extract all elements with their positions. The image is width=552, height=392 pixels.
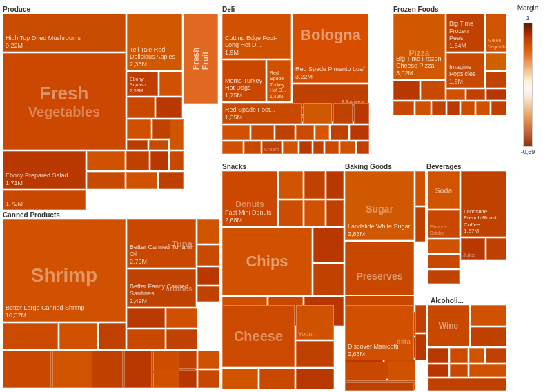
cell-starchy-sm2[interactable] — [415, 334, 426, 360]
cell-canned-sm4[interactable] — [197, 286, 219, 302]
cell-alc-sm9[interactable] — [469, 364, 506, 377]
cell-ebony-salad[interactable]: Ebony Prepared Salad1,71M — [3, 151, 86, 189]
cell-yogurt[interactable]: Yogurt — [296, 305, 334, 340]
cell-frozen-sm12[interactable] — [461, 101, 475, 115]
cell-deli-sm13[interactable] — [283, 141, 298, 154]
cell-canned-bottom2[interactable] — [59, 323, 97, 349]
cell-deli-sm10[interactable] — [350, 125, 369, 140]
cell-deli-sm18[interactable] — [357, 141, 369, 154]
cell-canned-bottom7[interactable] — [166, 329, 197, 349]
cell-french-roast[interactable]: Landslide French Roast Coffee1,57M — [461, 171, 506, 237]
cell-produce-bottom[interactable]: 1,72M — [3, 190, 86, 210]
cell-frozen-sm4[interactable] — [421, 81, 445, 100]
cell-deli-sm9[interactable] — [331, 125, 348, 140]
cell-bev-sm4[interactable] — [428, 270, 460, 284]
cell-alc-sm1[interactable] — [471, 305, 506, 326]
cell-deli-sm16[interactable] — [325, 141, 339, 154]
cell-deli-sm3[interactable] — [354, 103, 369, 124]
cell-canned-sm3[interactable] — [197, 267, 219, 285]
cell-canned-bottom16[interactable] — [179, 370, 197, 388]
cell-deli-sm4[interactable] — [222, 125, 250, 140]
cell-dairy-sm1[interactable] — [296, 341, 334, 367]
cell-dairy-sm2[interactable] — [222, 369, 258, 389]
cell-snack-sm3[interactable] — [326, 171, 344, 199]
cell-soda[interactable]: Soda — [428, 171, 460, 209]
cell-flavored-drinks[interactable]: FlavoredDrinks — [428, 210, 460, 238]
cell-canned-bottom5[interactable] — [166, 308, 197, 328]
cell-cheese[interactable]: Cheese — [222, 305, 295, 367]
cell-deli-sm6[interactable] — [275, 125, 295, 140]
cell-turkey-hot-d[interactable]: Red Spade Turkey Hot D...1,42M — [267, 60, 291, 101]
cell-produce-sm9[interactable] — [87, 151, 125, 170]
cell-starchy-sm1[interactable] — [415, 305, 426, 333]
cell-canned-sm2[interactable] — [197, 245, 219, 266]
cell-dairy-sm4[interactable] — [296, 369, 334, 389]
cell-ebony-squash[interactable]: Ebony Squash2,58M — [127, 72, 158, 96]
cell-canned-bottom6[interactable] — [127, 329, 165, 349]
cell-bev-sm3[interactable] — [428, 255, 460, 268]
cell-deli-sm15[interactable] — [313, 141, 324, 154]
cell-frozen-sm8[interactable] — [393, 101, 414, 115]
cell-alc-sm3[interactable] — [428, 348, 448, 363]
cell-canned-sardines[interactable]: Better Fancy Canned Sardines2,49M ardine… — [127, 269, 196, 307]
cell-juice[interactable]: Juice — [461, 238, 485, 260]
cell-snack-sm1[interactable] — [279, 171, 303, 199]
cell-canned-sm1[interactable] — [197, 219, 219, 244]
cell-deli-sm5[interactable] — [251, 125, 274, 140]
cell-frozen-sm2[interactable] — [486, 72, 506, 88]
cell-red-spade-foot[interactable]: Red Spade Foot...1,35M — [222, 103, 302, 124]
cell-chips[interactable]: Chips — [222, 228, 312, 295]
cell-cream-label[interactable]: Cream — [262, 141, 282, 154]
cell-alc-sm5[interactable] — [469, 348, 484, 363]
cell-produce-sm4[interactable] — [127, 119, 151, 139]
cell-pimento-loaf[interactable]: Red Spade Pimento Loaf3,22M — [293, 14, 368, 83]
cell-deli-sm12[interactable] — [244, 141, 261, 154]
cell-frozen-sm1[interactable] — [486, 53, 506, 70]
cell-canned-bottom15[interactable] — [179, 351, 197, 369]
cell-turkey-hot-dogs[interactable]: Moms Turkey Hot Dogs1,75M — [222, 60, 266, 101]
cell-canned-tuna[interactable]: Better Canned Tuna in Oil2,79M Tuna — [127, 219, 196, 268]
cell-popsicles[interactable]: Imagine Popsicles1,9M — [446, 53, 484, 88]
cell-produce-sm11[interactable] — [150, 151, 168, 170]
cell-snack-bot1[interactable] — [313, 228, 344, 262]
cell-alc-sm7[interactable] — [428, 364, 448, 377]
cell-canned-bottom17[interactable] — [198, 351, 219, 369]
cell-bev-sm1[interactable] — [486, 238, 506, 260]
cell-canned-bottom14[interactable] — [153, 373, 177, 388]
cell-alc-sm8[interactable] — [450, 364, 468, 377]
cell-frozen-pizza[interactable]: Big Time Frozen Cheese Pizza3,02M Pizza — [393, 14, 445, 79]
cell-alc-sm2[interactable] — [471, 327, 506, 346]
cell-deli-sm8[interactable] — [315, 125, 329, 140]
cell-produce-sm15[interactable] — [159, 172, 184, 189]
cell-canned-bottom10[interactable] — [52, 351, 90, 388]
cell-dairy-sm3[interactable] — [259, 369, 295, 389]
cell-snack-bot2[interactable] — [313, 264, 344, 295]
cell-alc-sm6[interactable] — [486, 348, 506, 363]
cell-produce-sm8[interactable] — [170, 119, 184, 150]
cell-alc-sm4[interactable] — [450, 348, 468, 363]
cell-deli-sm11[interactable] — [222, 141, 243, 154]
cell-canned-bottom9[interactable] — [3, 351, 51, 388]
cell-snack-sm2[interactable] — [304, 171, 325, 199]
cell-white-sugar[interactable]: Landslide White Sugar2,83M Sugar — [345, 171, 414, 240]
cell-canned-bottom11[interactable] — [92, 351, 123, 388]
cell-produce-sm14[interactable] — [126, 172, 157, 189]
cell-starchy-sm5[interactable] — [345, 382, 414, 391]
cell-alc-sm10[interactable] — [428, 378, 506, 391]
cell-frozen-sm10[interactable] — [432, 101, 446, 115]
cell-hot-dog[interactable]: Cutting Edge Foot-Long Hot D...1,9M — [222, 14, 291, 59]
cell-preserves[interactable]: Preserves — [345, 242, 414, 311]
cell-deli-sm1[interactable] — [303, 103, 332, 124]
cell-starchy-sm3[interactable] — [345, 362, 386, 381]
cell-wine[interactable]: Wine — [428, 305, 469, 346]
cell-produce-sm10[interactable] — [126, 151, 149, 170]
cell-frozen-sm11[interactable] — [447, 101, 460, 115]
cell-produce-sm2[interactable] — [127, 97, 155, 118]
cell-canned-bottom18[interactable] — [198, 370, 219, 388]
cell-produce-sm12[interactable] — [170, 151, 184, 170]
cell-frozen-sm13[interactable] — [476, 101, 490, 115]
cell-dried-mushrooms[interactable]: High Top Dried Mushrooms9,22M — [3, 14, 126, 52]
cell-deli-sm2[interactable] — [333, 103, 353, 124]
cell-snack-sm5[interactable] — [304, 200, 325, 226]
cell-canned-bottom1[interactable] — [3, 323, 58, 349]
